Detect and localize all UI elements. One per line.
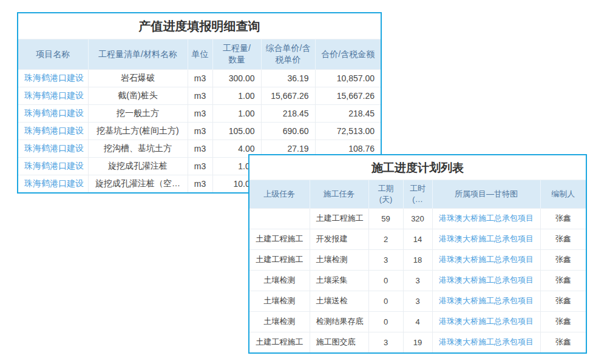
table-cell: 检测结果存底 [310,311,368,332]
table-cell: 旋挖成孔灌注桩 [88,157,188,175]
header-row: 上级任务施工任务工期 (天)工时 (…所属项目—甘特图编制人 [249,180,586,208]
table-cell: 截(凿)桩头 [88,87,188,104]
table-cell: 土壤检测 [249,291,310,311]
table-cell: 珠海鹤港口建设 [18,87,88,104]
table-row: 珠海鹤港口建设挖基坑土方(桩间土方)m3105.00690.6072,513.0… [18,122,381,140]
table-cell: 土建工程施工 [249,332,310,352]
table-cell: 218.45 [315,104,381,122]
table-cell: 14 [403,229,432,249]
project-link[interactable]: 珠海鹤港口建设 [24,108,84,118]
table-cell: 72,513.00 [315,122,381,140]
gantt-project-link[interactable]: 港珠澳大桥施工总承包项目 [439,234,534,243]
table-cell: 10,857.00 [315,69,381,87]
table-cell: 旋挖成孔灌注桩（空… [88,175,188,192]
table-cell: 土壤检测 [249,311,310,332]
table-cell: 36.19 [261,69,315,87]
column-header: 合价/含税金额 [315,39,381,69]
column-header: 工时 (… [403,180,432,208]
column-header: 工程量/ 数量 [212,39,261,69]
table-cell: 300.00 [212,69,261,87]
table-cell: 3 [368,332,403,352]
table-cell: 港珠澳大桥施工总承包项目 [432,270,540,291]
project-link[interactable]: 珠海鹤港口建设 [24,73,84,83]
table-cell: 港珠澳大桥施工总承包项目 [432,311,540,332]
table-cell: m3 [188,104,212,122]
column-header: 上级任务 [249,180,310,208]
table-cell: 3 [368,249,403,270]
table-cell: 土建工程施工 [249,249,310,270]
table-cell: 土壤采集 [310,270,368,291]
table-cell: m3 [188,157,212,175]
header-row: 项目名称工程量清单/材料名称单位工程量/ 数量综合单价/含 税单价合价/含税金额 [18,39,381,69]
table-cell: 港珠澳大桥施工总承包项目 [432,208,540,229]
table-cell: 珠海鹤港口建设 [18,175,88,192]
table-cell: m3 [188,69,212,87]
table-cell: 320 [403,208,432,229]
table-cell: 珠海鹤港口建设 [18,122,88,140]
table-cell: 土壤送检 [310,291,368,311]
table-cell: 岩石爆破 [88,69,188,87]
table-cell: 59 [368,208,403,229]
table-cell: 土壤检测 [310,249,368,270]
table-cell: 土壤检测 [249,270,310,291]
table-cell: 珠海鹤港口建设 [18,157,88,175]
table-cell: 珠海鹤港口建设 [18,104,88,122]
gantt-project-link[interactable]: 港珠澳大桥施工总承包项目 [439,296,534,305]
table-cell: 土建工程施工 [249,229,310,249]
table-cell [249,208,310,229]
table-cell: 挖一般土方 [88,104,188,122]
table-cell: 1.00 [212,87,261,104]
table-row: 土壤检测土壤送检03港珠澳大桥施工总承包项目张鑫 [249,291,586,311]
table-row: 土建工程施工施工图交底319港珠澳大桥施工总承包项目张鑫 [249,332,586,352]
column-header: 项目名称 [18,39,88,69]
table-cell: m3 [188,175,212,192]
table-cell: 挖基坑土方(桩间土方) [88,122,188,140]
table-cell: 张鑫 [540,270,586,291]
table-cell: 珠海鹤港口建设 [18,140,88,157]
table-cell: 15,667.26 [315,87,381,104]
table-cell: 张鑫 [540,311,586,332]
table-cell: 土建工程施工 [310,208,368,229]
table-cell: 3 [403,291,432,311]
column-header: 工程量清单/材料名称 [88,39,188,69]
table-cell: 张鑫 [540,229,586,249]
table-cell: 张鑫 [540,208,586,229]
table-cell: 0 [368,291,403,311]
table-row: 珠海鹤港口建设挖一般土方m31.00218.45218.45 [18,104,381,122]
project-link[interactable]: 珠海鹤港口建设 [24,161,84,170]
column-header: 单位 [188,39,212,69]
column-header: 所属项目—甘特图 [432,180,540,208]
table-cell: 港珠澳大桥施工总承包项目 [432,229,540,249]
gantt-project-link[interactable]: 港珠澳大桥施工总承包项目 [439,337,534,346]
table-cell: 港珠澳大桥施工总承包项目 [432,332,540,352]
column-header: 施工任务 [310,180,368,208]
gantt-project-link[interactable]: 港珠澳大桥施工总承包项目 [439,317,534,326]
table-cell: m3 [188,87,212,104]
project-link[interactable]: 珠海鹤港口建设 [24,126,84,135]
panel-title: 产值进度填报明细查询 [18,13,381,39]
gantt-project-link[interactable]: 港珠澳大桥施工总承包项目 [439,214,534,223]
project-link[interactable]: 珠海鹤港口建设 [24,90,84,100]
table-row: 珠海鹤港口建设岩石爆破m3300.0036.1910,857.00 [18,69,381,87]
table-cell: 0 [368,270,403,291]
table-cell: 690.60 [261,122,315,140]
table-cell: 19 [403,332,432,352]
table-cell: 3 [403,270,432,291]
table-cell: 4 [403,311,432,332]
gantt-project-link[interactable]: 港珠澳大桥施工总承包项目 [439,255,534,264]
table-cell: m3 [188,122,212,140]
table-row: 土壤检测土壤采集03港珠澳大桥施工总承包项目张鑫 [249,270,586,291]
panel-title: 施工进度计划列表 [249,155,586,180]
table-cell: 张鑫 [540,249,586,270]
project-link[interactable]: 珠海鹤港口建设 [24,143,84,153]
table-row: 土建工程施工59320港珠澳大桥施工总承包项目张鑫 [249,208,586,229]
project-link[interactable]: 珠海鹤港口建设 [24,178,84,188]
table-cell: 开发报建 [310,229,368,249]
gantt-project-link[interactable]: 港珠澳大桥施工总承包项目 [439,275,534,285]
table-row: 土建工程施工土壤检测318港珠澳大桥施工总承包项目张鑫 [249,249,586,270]
table-cell: 施工图交底 [310,332,368,352]
table-cell: 张鑫 [540,291,586,311]
column-header: 工期 (天) [368,180,403,208]
table-cell: 港珠澳大桥施工总承包项目 [432,291,540,311]
table-cell: 珠海鹤港口建设 [18,69,88,87]
